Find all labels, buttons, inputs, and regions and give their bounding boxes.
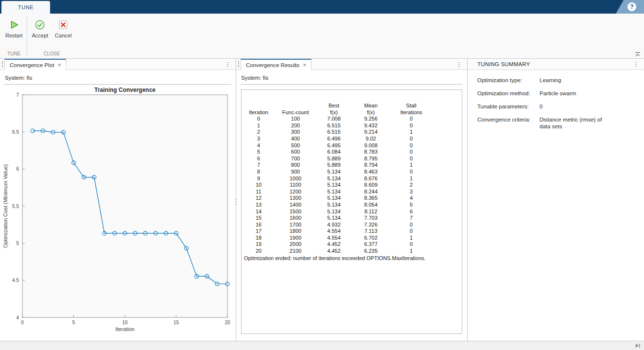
results-cell: 4.554	[318, 235, 349, 242]
toolbar: Restart TUNE Accept Cancel	[0, 14, 644, 59]
panel-menu-icon[interactable]: ⋮	[451, 59, 467, 70]
results-cell: 5.134	[318, 189, 349, 195]
results-header-cell: Iteration	[244, 109, 273, 116]
results-cell: 7.326	[349, 222, 392, 228]
results-header-row: IterationFunc-countf(x)f(x)Iterations	[244, 109, 430, 116]
results-cell: 5.889	[318, 156, 349, 162]
results-cell: 1400	[273, 202, 318, 209]
results-cell: 7.008	[318, 116, 349, 122]
results-cell: 1600	[273, 215, 318, 222]
results-header-cell: Mean	[349, 103, 392, 109]
results-cell: 8.365	[349, 195, 392, 202]
results-cell: 9.008	[349, 142, 392, 149]
results-cell: 300	[273, 129, 318, 136]
summary-value: Learning	[540, 77, 612, 84]
results-row: 67005.8898.7950	[244, 156, 430, 162]
results-cell: 1700	[273, 222, 318, 228]
results-cell: 5.134	[318, 195, 349, 202]
toolstrip-tab-bar: TUNE ?	[0, 0, 644, 14]
results-cell: 1	[392, 162, 430, 169]
results-cell: 1000	[273, 175, 318, 182]
results-table: BestMeanStallIterationFunc-countf(x)f(x)…	[244, 103, 430, 255]
accept-button[interactable]: Accept	[28, 17, 52, 40]
drag-grip-icon[interactable]	[0, 59, 4, 70]
svg-text:5: 5	[16, 241, 19, 246]
convergence-plot-panel: Convergence Plot × ⋮ System: fis 0510152…	[0, 59, 236, 341]
drag-grip-icon[interactable]	[236, 59, 241, 70]
tab-label: Convergence Results	[246, 62, 299, 68]
results-cell: 15	[244, 215, 273, 222]
summary-menu-icon[interactable]: ⋮	[628, 61, 644, 68]
results-cell: 2	[244, 129, 273, 136]
document-area: Convergence Plot × ⋮ System: fis 0510152…	[0, 59, 644, 341]
results-cell: 10	[244, 182, 273, 189]
results-cell: 4	[392, 195, 430, 202]
skip-to-end-icon[interactable]	[635, 343, 641, 348]
svg-text:7: 7	[16, 92, 19, 98]
results-cell: 6.495	[318, 142, 349, 149]
help-icon[interactable]: ?	[627, 2, 636, 11]
results-cell: 9	[244, 175, 273, 182]
panel-menu-icon[interactable]: ⋮	[220, 59, 236, 70]
results-row: 1415005.1348.1126	[244, 209, 430, 215]
tab-label: Convergence Plot	[10, 62, 54, 68]
results-cell: 8.676	[349, 175, 392, 182]
app-window: TUNE ? Restart TUNE	[0, 0, 644, 350]
restart-button[interactable]: Restart	[2, 17, 26, 40]
divider	[241, 84, 463, 85]
summary-row: Optimization type: Learning	[477, 77, 639, 84]
results-header-cell: Best	[318, 103, 349, 109]
svg-text:4: 4	[16, 315, 19, 320]
system-label: System: fis	[0, 70, 236, 81]
results-cell: 0	[392, 122, 430, 129]
toolbar-divider	[27, 16, 27, 57]
results-header-cell	[273, 103, 318, 109]
results-cell: 2	[392, 182, 430, 189]
results-cell: 1800	[273, 228, 318, 235]
results-row: 2021004.4526.2351	[244, 248, 430, 255]
results-cell: 8.794	[349, 162, 392, 169]
chart-area: 0510152044.555.566.57Training Convergenc…	[0, 85, 236, 341]
results-cell: 9.256	[349, 116, 392, 122]
svg-text:5.5: 5.5	[12, 204, 19, 209]
cancel-button[interactable]: Cancel	[52, 17, 75, 40]
results-header-cell: Iterations	[392, 109, 430, 116]
results-row: 1213005.1348.3654	[244, 195, 430, 202]
results-cell: 5	[244, 149, 273, 156]
results-cell: 6.702	[349, 235, 392, 242]
results-cell: 0	[392, 116, 430, 122]
results-cell: 5.134	[318, 182, 349, 189]
results-row: 1920004.4526.3770	[244, 241, 430, 248]
plot-tab-bar: Convergence Plot × ⋮	[0, 59, 236, 70]
results-cell: 8.795	[349, 156, 392, 162]
results-cell: 6.084	[318, 149, 349, 156]
results-cell: 8.112	[349, 209, 392, 215]
results-cell: 1	[392, 235, 430, 242]
collapse-toolstrip-icon[interactable]	[635, 52, 641, 57]
results-cell: 800	[273, 162, 318, 169]
tuning-summary-header: TUNING SUMMARY ⋮	[468, 59, 644, 70]
results-cell: 0	[392, 149, 430, 156]
close-tab-icon[interactable]: ×	[303, 62, 307, 68]
tuning-summary-panel: TUNING SUMMARY ⋮ Optimization type: Lear…	[468, 59, 644, 341]
tab-convergence-results[interactable]: Convergence Results ×	[241, 59, 312, 70]
svg-text:10: 10	[122, 320, 128, 325]
summary-value: Particle swarm	[540, 90, 612, 97]
results-cell: 1300	[273, 195, 318, 202]
results-header-cell: f(x)	[349, 109, 392, 116]
summary-label: Tunable parameters:	[477, 103, 540, 110]
accept-check-icon	[34, 19, 46, 31]
restart-button-label: Restart	[5, 33, 22, 38]
results-row: 1112005.1348.2443	[244, 189, 430, 195]
results-cell: 0	[244, 116, 273, 122]
results-cell: 5	[392, 202, 430, 209]
svg-text:Optimization Cost (Minimum Val: Optimization Cost (Minimum Value)	[2, 164, 8, 248]
tab-tune[interactable]: TUNE	[1, 1, 50, 14]
close-tab-icon[interactable]: ×	[57, 62, 61, 68]
results-cell: 200	[273, 122, 318, 129]
tab-convergence-plot[interactable]: Convergence Plot ×	[4, 59, 66, 70]
toolbar-section-label-close: CLOSE	[28, 50, 75, 58]
results-cell: 7.113	[349, 228, 392, 235]
panel-splitter-handle[interactable]	[234, 194, 238, 210]
summary-label: Optimization method:	[477, 90, 540, 97]
